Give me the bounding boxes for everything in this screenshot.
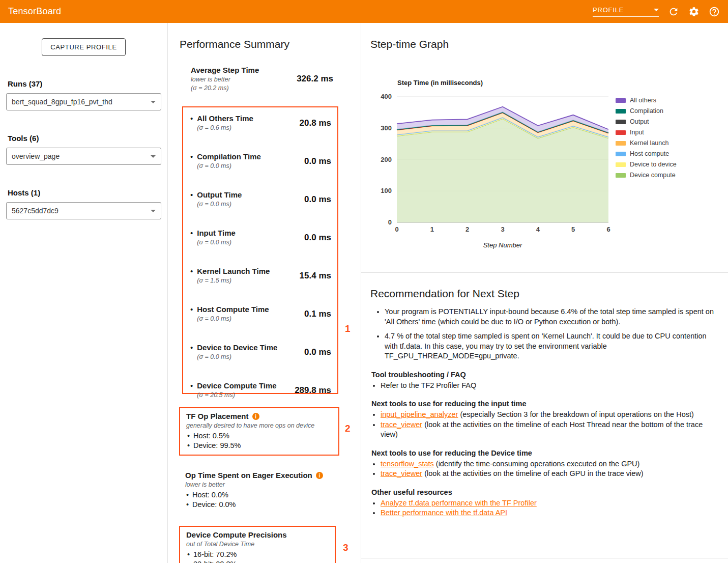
tools-label: Tools (6): [8, 134, 167, 143]
metric-left: •Input Time(σ = 0.0 ms): [189, 229, 236, 246]
list-item: Host: 0.0%: [192, 490, 338, 500]
legend-label: Device compute: [630, 172, 676, 179]
legend-item: Compilation: [616, 108, 677, 115]
metric-left: •Device Compute Time(σ = 20.5 ms): [189, 381, 277, 399]
metric-left: •Compilation Time(σ = 0.0 ms): [189, 152, 261, 170]
legend-label: Output: [630, 119, 649, 125]
metric-label: All Others Time: [197, 114, 253, 123]
tools-select-value: overview_page: [12, 152, 60, 160]
recommendation-title: Recommendation for Next Step: [370, 288, 728, 300]
metric-value: 0.1 ms: [304, 309, 331, 319]
recommendation-bullets: Your program is POTENTIALLY input-bound …: [375, 307, 717, 361]
runs-select[interactable]: bert_squad_8gpu_fp16_pvt_thd: [6, 93, 161, 110]
legend-swatch-icon: [616, 162, 626, 167]
y-tick-label: 400: [381, 93, 392, 100]
legend-label: All others: [630, 97, 656, 104]
legend-label: Kernel launch: [630, 140, 668, 147]
average-step-time-note: lower is better: [191, 76, 259, 83]
y-tick-label: 100: [381, 187, 392, 194]
precisions-list: 16-bit: 70.2%32-bit: 29.8%: [186, 550, 330, 563]
recommendation-section: Other useful resourcesAnalyze tf.data pe…: [371, 488, 718, 518]
help-icon: [709, 6, 720, 17]
precisions-header: Device Compute Precisions: [186, 530, 330, 540]
metric-sigma: (σ = 1.5 ms): [197, 277, 270, 285]
recommendation-item: input_pipeline_analyzer (especially Sect…: [381, 410, 713, 420]
dashboard-selector-value: PROFILE: [593, 6, 624, 14]
tf-op-placement-title: TF Op Placement: [186, 412, 249, 421]
metric-value: 0.0 ms: [304, 347, 331, 357]
recommendation-item: trace_viewer (look at the activities on …: [381, 420, 713, 440]
metric-left: •Output Time(σ = 0.0 ms): [189, 190, 242, 208]
legend-item: Input: [616, 129, 677, 136]
eager-execution-header: Op Time Spent on Eager Execution i: [185, 471, 338, 480]
topbar: TensorBoard PROFILE: [0, 0, 728, 23]
recommendation-link[interactable]: Better performance with the tf.data API: [381, 509, 507, 517]
list-item: Device: 99.5%: [193, 441, 333, 451]
metric-row: •Compilation Time(σ = 0.0 ms)0.0 ms: [189, 152, 331, 170]
recommendation-link[interactable]: trace_viewer: [381, 420, 422, 429]
metric-left: •Device to Device Time(σ = 0.0 ms): [189, 343, 277, 361]
recommendation-item: Refer to the TF2 Profiler FAQ: [381, 381, 713, 391]
list-item: 32-bit: 29.8%: [193, 559, 330, 563]
chevron-down-icon: [654, 9, 659, 11]
list-item: Host: 0.5%: [193, 431, 333, 441]
recommendation-link[interactable]: trace_viewer: [381, 469, 422, 477]
tf-op-placement-list: Host: 0.5%Device: 99.5%: [186, 431, 333, 451]
capture-profile-button[interactable]: CAPTURE PROFILE: [42, 38, 125, 56]
metric-label: Input Time: [197, 229, 236, 238]
eager-execution-subtitle: lower is better: [185, 481, 338, 489]
average-step-time-sigma: (σ = 20.2 ms): [191, 85, 259, 92]
recommendation-panel: Recommendation for Next Step Your progra…: [361, 272, 728, 518]
reload-button[interactable]: [668, 6, 679, 17]
metric-label: Device Compute Time: [197, 381, 276, 390]
legend-swatch-icon: [616, 130, 626, 135]
metric-left: •All Others Time(σ = 0.6 ms): [189, 114, 253, 132]
bullet-icon: •: [190, 267, 193, 285]
bullet-icon: •: [190, 381, 193, 399]
metric-left: •Host Compute Time(σ = 0.0 ms): [189, 305, 269, 323]
step-time-graph-panel: Step-time Graph Step Time (in millisecon…: [361, 23, 728, 563]
x-tick-label: 2: [465, 226, 469, 233]
recommendation-link[interactable]: input_pipeline_analyzer: [381, 410, 458, 418]
legend-swatch-icon: [616, 120, 626, 124]
eager-execution-title: Op Time Spent on Eager Execution: [185, 471, 312, 480]
recommendation-section-list: Analyze tf.data performance with the TF …: [371, 498, 713, 518]
refresh-icon: [668, 6, 679, 17]
recommendation-link[interactable]: Analyze tf.data performance with the TF …: [381, 499, 537, 507]
recommendation-link[interactable]: tensorflow_stats: [381, 460, 434, 468]
legend-label: Input: [630, 129, 644, 136]
annotation-number-1: 1: [345, 323, 351, 334]
list-item: 16-bit: 70.2%: [193, 550, 330, 559]
eager-execution-section: Op Time Spent on Eager Execution i lower…: [185, 471, 338, 510]
legend-item: Output: [616, 119, 677, 125]
metric-row: •Kernel Launch Time(σ = 1.5 ms)15.4 ms: [189, 267, 331, 285]
average-step-time-row: Average Step Time lower is better (σ = 2…: [191, 66, 333, 92]
hosts-select[interactable]: 5627c5dd7dc9: [6, 202, 161, 219]
settings-button[interactable]: [688, 6, 700, 17]
average-step-time-labels: Average Step Time lower is better (σ = 2…: [191, 66, 259, 92]
legend-swatch-icon: [616, 98, 626, 103]
runs-label: Runs (37): [8, 79, 167, 88]
annotation-box-1: •All Others Time(σ = 0.6 ms)20.8 ms•Comp…: [182, 106, 338, 394]
info-icon[interactable]: i: [252, 413, 259, 420]
tf-op-placement-header: TF Op Placement i: [186, 412, 333, 421]
recommendation-item: tensorflow_stats (identify the time-cons…: [381, 459, 713, 469]
recommendation-section: Next tools to use for reducing the Devic…: [371, 448, 718, 479]
recommendation-section-heading: Next tools to use for reducing the input…: [371, 399, 718, 409]
tools-select[interactable]: overview_page: [6, 148, 161, 165]
help-button[interactable]: [709, 6, 720, 17]
dashboard-selector[interactable]: PROFILE: [593, 6, 659, 17]
legend-item: Host compute: [616, 151, 677, 157]
metric-label: Compilation Time: [197, 152, 261, 161]
metric-value: 0.0 ms: [304, 194, 331, 205]
x-tick-label: 5: [571, 226, 575, 233]
average-step-time-value: 326.2 ms: [297, 74, 333, 84]
info-icon[interactable]: i: [316, 472, 323, 479]
bullet-icon: •: [190, 152, 193, 170]
recommendation-bullet: Your program is POTENTIALLY input-bound …: [385, 307, 717, 327]
average-step-time-label: Average Step Time: [191, 66, 259, 75]
metric-sigma: (σ = 0.0 ms): [197, 353, 277, 361]
sidebar: CAPTURE PROFILE Runs (37) bert_squad_8gp…: [0, 23, 168, 563]
legend-label: Device to device: [630, 161, 677, 168]
chart-legend: All othersCompilationOutputInputKernel l…: [616, 97, 677, 179]
